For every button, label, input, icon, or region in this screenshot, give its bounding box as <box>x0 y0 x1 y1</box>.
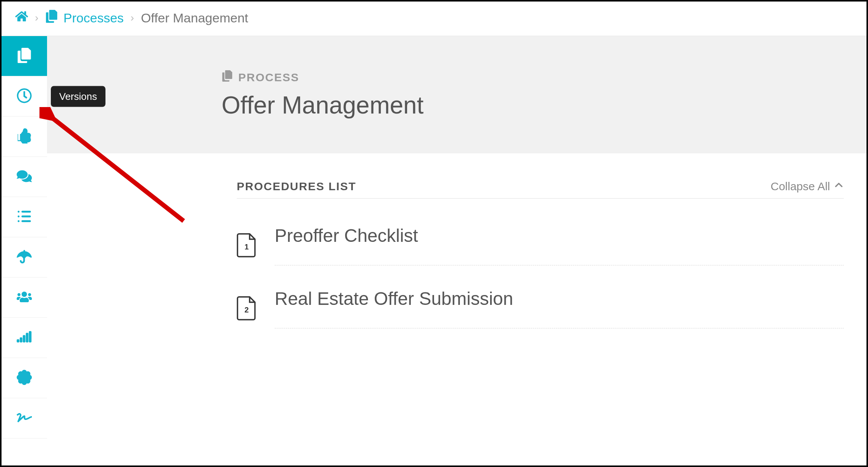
thumbs-up-icon <box>17 128 32 145</box>
content: PROCEDURES LIST Collapse All 1 Preof <box>47 153 866 340</box>
breadcrumb-processes[interactable]: Processes <box>45 10 124 26</box>
sidebar: Versions <box>2 36 47 465</box>
breadcrumb-current: Offer Management <box>141 11 248 25</box>
breadcrumb-processes-label: Processes <box>63 11 124 25</box>
procedure-index: 2 <box>237 306 256 314</box>
procedure-item[interactable]: 1 Preoffer Checklist <box>237 225 844 265</box>
signal-icon <box>17 330 32 346</box>
sidebar-item-versions[interactable]: Versions <box>2 76 47 117</box>
users-icon <box>17 289 32 306</box>
process-header: PROCESS Offer Management <box>47 36 866 153</box>
page-title: Offer Management <box>222 91 866 119</box>
sidebar-item-umbrella[interactable] <box>2 237 47 278</box>
collapse-all-button[interactable]: Collapse All <box>771 180 844 193</box>
copy-icon <box>45 10 58 26</box>
badge-icon <box>17 370 32 387</box>
copy-icon <box>222 70 233 84</box>
main: PROCESS Offer Management PROCEDURES LIST… <box>47 36 866 465</box>
document-icon: 1 <box>237 233 256 257</box>
chevron-up-icon <box>834 180 844 193</box>
breadcrumb-home[interactable] <box>15 10 28 26</box>
sidebar-item-chat[interactable] <box>2 157 47 197</box>
document-icon: 2 <box>237 296 256 320</box>
sidebar-item-signal[interactable] <box>2 318 47 358</box>
chevron-right-icon: › <box>131 12 134 24</box>
procedure-label: Preoffer Checklist <box>275 226 418 246</box>
sidebar-item-users[interactable] <box>2 278 47 318</box>
list-icon <box>17 209 32 226</box>
home-icon <box>15 10 28 26</box>
umbrella-icon <box>17 249 32 266</box>
procedures-list-title: PROCEDURES LIST <box>237 180 356 193</box>
process-eyebrow-label: PROCESS <box>238 71 299 84</box>
procedure-label: Real Estate Offer Submission <box>275 289 513 309</box>
procedure-item[interactable]: 2 Real Estate Offer Submission <box>237 288 844 328</box>
sidebar-item-copy[interactable] <box>2 36 47 76</box>
sidebar-item-signature[interactable] <box>2 398 47 439</box>
collapse-all-label: Collapse All <box>771 180 830 193</box>
chat-icon <box>17 169 32 185</box>
procedures-list-header: PROCEDURES LIST Collapse All <box>237 180 844 199</box>
sidebar-item-list[interactable] <box>2 197 47 237</box>
divider <box>275 265 844 265</box>
signature-icon <box>17 410 32 427</box>
breadcrumb: › Processes › Offer Management <box>2 2 866 36</box>
divider <box>275 328 844 328</box>
copy-icon <box>17 48 32 65</box>
sidebar-item-badge[interactable] <box>2 358 47 398</box>
clock-icon <box>17 88 32 105</box>
chevron-right-icon: › <box>35 12 38 24</box>
process-eyebrow: PROCESS <box>222 70 866 84</box>
versions-tooltip: Versions <box>51 86 105 107</box>
sidebar-item-approve[interactable] <box>2 117 47 157</box>
procedure-index: 1 <box>237 243 256 251</box>
